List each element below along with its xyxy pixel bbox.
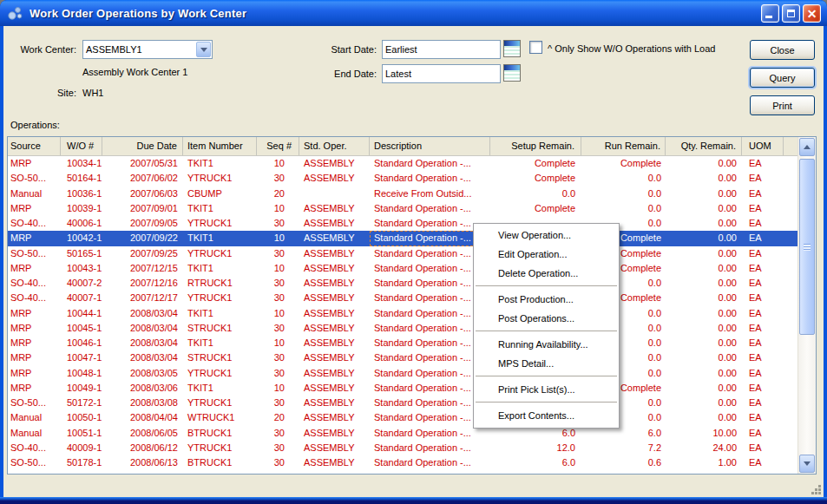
table-row[interactable]: MRP10047-12008/03/04STRUCK130ASSEMBLYSta…: [8, 350, 797, 365]
load-filter-checkbox[interactable]: [529, 41, 542, 54]
table-cell: SO-40...: [8, 441, 61, 455]
table-cell: EA: [742, 396, 784, 410]
column-header-description[interactable]: Description: [370, 137, 490, 155]
column-header-setup-remain[interactable]: Setup Remain.: [490, 137, 581, 155]
table-cell: ASSEMBLY: [299, 171, 370, 186]
column-header-due-date[interactable]: Due Date: [102, 137, 183, 155]
table-cell: ASSEMBLY: [299, 410, 370, 425]
close-button[interactable]: Close: [750, 40, 815, 60]
table-cell: EA: [742, 410, 784, 425]
table-cell: 30: [257, 216, 299, 231]
table-row[interactable]: SO-40...40009-12008/06/12YTRUCK130ASSEMB…: [8, 441, 797, 455]
maximize-button[interactable]: [782, 4, 800, 23]
table-cell: 2007/05/31: [102, 156, 183, 171]
site-label: Site:: [7, 88, 76, 98]
work-center-label: Work Center:: [7, 44, 76, 55]
table-row[interactable]: MRP10039-12007/09/01TKIT110ASSEMBLYStand…: [8, 201, 797, 216]
table-row[interactable]: SO-40...40007-12007/12/17YTRUCK130ASSEMB…: [8, 291, 797, 305]
end-date-calendar-icon[interactable]: [503, 64, 521, 82]
vertical-scrollbar[interactable]: [797, 137, 816, 474]
header-filler: [784, 137, 797, 155]
table-cell: 0.00: [666, 246, 742, 261]
table-cell: 2007/06/03: [102, 187, 183, 201]
table-row[interactable]: Manual10051-12008/06/05BTRUCK130ASSEMBLY…: [8, 426, 797, 441]
menu-item-mps-detail[interactable]: MPS Detail...: [474, 354, 619, 373]
table-cell: EA: [742, 306, 784, 321]
table-cell: Standard Operation -...: [370, 201, 490, 216]
table-cell: EA: [742, 381, 784, 396]
scrollbar-thumb[interactable]: [799, 159, 815, 335]
query-button[interactable]: Query: [750, 68, 815, 88]
table-row[interactable]: MRP10046-12008/03/04TKIT110ASSEMBLYStand…: [8, 336, 797, 350]
chevron-down-icon[interactable]: [196, 42, 211, 57]
table-cell: 30: [257, 426, 299, 441]
table-body: MRP10034-12007/05/31TKIT110ASSEMBLYStand…: [8, 156, 797, 470]
column-header-source[interactable]: Source: [8, 137, 61, 155]
scroll-down-button[interactable]: [799, 455, 815, 473]
table-row[interactable]: MRP10042-12007/09/22TKIT110ASSEMBLYStand…: [8, 231, 797, 245]
minimize-button[interactable]: [761, 4, 779, 23]
column-header-uom[interactable]: UOM: [742, 137, 784, 155]
column-header-seq[interactable]: Seq #: [257, 137, 299, 155]
close-icon: ✕: [807, 8, 817, 20]
column-header-std-oper[interactable]: Std. Oper.: [299, 137, 370, 155]
table-cell: 2008/06/13: [102, 455, 183, 470]
table-cell: ASSEMBLY: [299, 441, 370, 455]
table-cell: YTRUCK1: [183, 246, 257, 261]
table-row[interactable]: MRP10044-12008/03/04TKIT110ASSEMBLYStand…: [8, 306, 797, 321]
menu-item-delete-operation[interactable]: Delete Operation...: [474, 264, 619, 283]
table-cell: 2008/03/04: [102, 306, 183, 321]
table-row[interactable]: Manual10050-12008/04/04WTRUCK120ASSEMBLY…: [8, 410, 797, 425]
table-cell: SO-50...: [8, 246, 61, 261]
table-cell: EA: [742, 276, 784, 291]
table-cell: Standard Operation -...: [370, 441, 490, 455]
table-row[interactable]: SO-50...50178-12008/06/13BTRUCK130ASSEMB…: [8, 455, 797, 470]
table-cell: 2008/06/05: [102, 426, 183, 441]
title-bar[interactable]: Work Order Operations by Work Center ✕: [0, 0, 827, 26]
table-cell: MRP: [8, 336, 61, 350]
menu-item-export-contents[interactable]: Export Contents...: [474, 406, 619, 425]
table-row[interactable]: MRP10048-12008/03/05YTRUCK130ASSEMBLYSta…: [8, 366, 797, 381]
window-bottom-border: [0, 497, 827, 504]
table-cell: 40006-1: [61, 216, 102, 231]
table-row[interactable]: SO-50...50172-12008/03/08YTRUCK130ASSEMB…: [8, 396, 797, 410]
menu-item-view-operation[interactable]: View Operation...: [474, 226, 619, 245]
close-window-button[interactable]: ✕: [803, 4, 821, 23]
menu-item-post-production[interactable]: Post Production...: [474, 290, 619, 309]
menu-item-running-availability[interactable]: Running Availability...: [474, 335, 619, 354]
resize-grip[interactable]: [811, 484, 822, 495]
column-header-qty-remain[interactable]: Qty. Remain.: [666, 137, 742, 155]
table-row[interactable]: Manual10036-12007/06/03CBUMP20Receive Fr…: [8, 187, 797, 201]
table-cell: TKIT1: [183, 156, 257, 171]
start-date-calendar-icon[interactable]: [503, 40, 521, 57]
column-header-w-o[interactable]: W/O #: [61, 137, 102, 155]
table-row[interactable]: MRP10045-12008/03/04STRUCK130ASSEMBLYSta…: [8, 321, 797, 336]
menu-item-print-pick-list-s[interactable]: Print Pick List(s)...: [474, 380, 619, 399]
table-row[interactable]: MRP10049-12008/03/06TKIT110ASSEMBLYStand…: [8, 381, 797, 396]
table-cell: 0.00: [666, 410, 742, 425]
print-button[interactable]: Print: [750, 95, 815, 115]
table-cell: 10.00: [666, 426, 742, 441]
table-cell: 2007/09/22: [102, 231, 183, 245]
column-header-item-number[interactable]: Item Number: [183, 137, 257, 155]
table-cell: 10: [257, 306, 299, 321]
work-center-select[interactable]: ASSEMBLY1: [82, 40, 213, 59]
column-header-run-remain[interactable]: Run Remain.: [581, 137, 666, 155]
scroll-up-button[interactable]: [799, 138, 815, 156]
start-date-input[interactable]: [382, 40, 501, 59]
end-date-input[interactable]: [382, 64, 501, 83]
menu-item-post-operations[interactable]: Post Operations...: [474, 309, 619, 328]
table-cell: MRP: [8, 350, 61, 365]
table-cell: 6.0: [490, 455, 581, 470]
table-row[interactable]: SO-40...40006-12007/09/05YTRUCK130ASSEMB…: [8, 216, 797, 231]
table-row[interactable]: SO-50...50165-12007/09/25YTRUCK130ASSEMB…: [8, 246, 797, 261]
site-value: WH1: [82, 88, 103, 98]
table-row[interactable]: SO-40...40007-22007/12/16RTRUCK130ASSEMB…: [8, 276, 797, 291]
menu-item-edit-operation[interactable]: Edit Operation...: [474, 245, 619, 264]
table-cell: Manual: [8, 410, 61, 425]
table-row[interactable]: SO-50...50164-12007/06/02YTRUCK130ASSEMB…: [8, 171, 797, 186]
menu-separator: [476, 402, 617, 403]
table-row[interactable]: MRP10034-12007/05/31TKIT110ASSEMBLYStand…: [8, 156, 797, 171]
table-cell: Complete: [581, 156, 666, 171]
table-row[interactable]: MRP10043-12007/12/15TKIT110ASSEMBLYStand…: [8, 261, 797, 276]
